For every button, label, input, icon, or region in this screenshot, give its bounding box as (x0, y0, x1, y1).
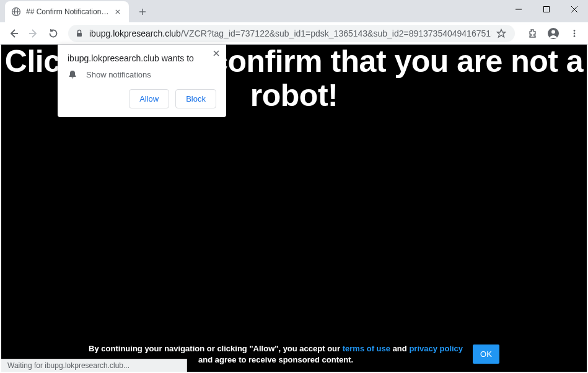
privacy-link[interactable]: privacy policy (409, 344, 463, 353)
extensions-button[interactable] (524, 25, 541, 42)
reload-button[interactable] (45, 25, 62, 42)
svg-point-16 (551, 30, 555, 33)
menu-button[interactable] (566, 25, 583, 42)
profile-button[interactable] (545, 25, 562, 42)
svg-point-18 (574, 32, 576, 34)
notification-prompt: ibupg.lokpresearch.club wants to Show no… (58, 45, 226, 117)
bookmark-button[interactable] (494, 26, 509, 41)
url-text: ibupg.lokpresearch.club/VZCR?tag_id=7371… (89, 29, 491, 38)
url-path: /VZCR?tag_id=737122&sub_id1=pdsk_1365143… (181, 29, 491, 38)
svg-rect-8 (543, 7, 549, 12)
svg-point-17 (574, 30, 576, 32)
footer-ok-button[interactable]: OK (473, 344, 499, 364)
browser-tab[interactable]: ## Confirm Notifications ## (5, 1, 129, 22)
allow-button[interactable]: Allow (129, 89, 169, 108)
prompt-close-button[interactable] (210, 47, 222, 59)
block-button[interactable]: Block (175, 89, 216, 108)
svg-point-19 (574, 35, 576, 37)
svg-rect-13 (77, 33, 82, 37)
tab-close-button[interactable] (113, 7, 123, 17)
bell-icon (68, 69, 77, 79)
prompt-label: Show notifications (86, 70, 151, 79)
globe-icon (11, 7, 21, 17)
prompt-title: ibupg.lokpresearch.club wants to (68, 53, 216, 63)
lock-icon (74, 29, 84, 38)
terms-link[interactable]: terms of use (343, 344, 390, 353)
maximize-button[interactable] (532, 0, 560, 19)
window-close-button[interactable] (560, 0, 588, 19)
window-controls (504, 0, 588, 19)
tab-title: ## Confirm Notifications ## (26, 7, 109, 16)
new-tab-button[interactable] (134, 3, 151, 20)
minimize-button[interactable] (504, 0, 532, 19)
status-bar: Waiting for ibupg.lokpresearch.club... (1, 359, 187, 372)
back-button[interactable] (5, 25, 22, 42)
toolbar: ibupg.lokpresearch.club/VZCR?tag_id=7371… (0, 22, 588, 45)
svg-marker-14 (498, 29, 506, 37)
forward-button[interactable] (25, 25, 42, 42)
url-domain: ibupg.lokpresearch.club (89, 29, 181, 38)
title-bar: ## Confirm Notifications ## (0, 0, 588, 22)
address-bar[interactable]: ibupg.lokpresearch.club/VZCR?tag_id=7371… (68, 25, 515, 42)
